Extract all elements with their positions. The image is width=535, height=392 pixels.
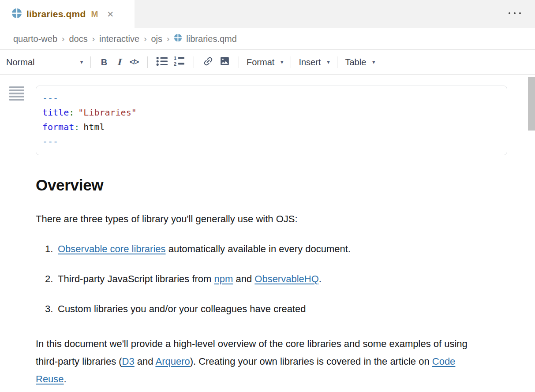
svg-text:1: 1: [174, 56, 176, 61]
italic-icon: I: [117, 57, 121, 67]
yaml-delimiter: ---: [42, 134, 501, 149]
quarto-icon: [11, 8, 22, 20]
observable-core-libraries-link[interactable]: Observable core libraries: [58, 243, 166, 254]
breadcrumb-item-quarto-web[interactable]: quarto-web: [13, 34, 57, 44]
list-number: 2.: [45, 273, 58, 286]
list-item-text: Custom libraries you and/or your colleag…: [58, 302, 306, 316]
list-number: 3.: [45, 302, 58, 316]
toolbar-divider: [291, 56, 291, 68]
table-menu[interactable]: Table ▾: [343, 57, 377, 67]
image-icon: [219, 56, 230, 69]
modified-badge: M: [91, 9, 98, 19]
toolbar-divider: [239, 56, 239, 68]
quarto-icon: [174, 34, 182, 44]
editor-toolbar: Normal ▾ B I </> 1 2: [0, 49, 535, 75]
npm-link[interactable]: npm: [214, 273, 233, 284]
ordered-list: 1. Observable core libraries automatical…: [45, 243, 535, 316]
yaml-format-line: format:html: [42, 120, 501, 134]
toolbar-divider: [90, 56, 91, 68]
paragraph-style-select[interactable]: Normal ▾: [6, 57, 85, 67]
overview-heading: Overview: [36, 176, 535, 194]
arquero-link[interactable]: Arquero: [155, 356, 190, 367]
list-number: 1.: [45, 243, 58, 256]
chevron-right-icon: ›: [62, 34, 64, 44]
closing-paragraph: In this document we'll provide a high-le…: [36, 335, 485, 388]
toolbar-divider: [194, 56, 194, 68]
yaml-front-matter-block[interactable]: --- title:"Libraries" format:html ---: [36, 86, 507, 155]
close-icon[interactable]: ✕: [107, 10, 114, 19]
chevron-down-icon: ▾: [327, 59, 329, 65]
bulleted-list-button[interactable]: [153, 54, 171, 70]
format-menu[interactable]: Format ▾: [245, 57, 285, 67]
insert-menu-label: Insert: [299, 57, 321, 67]
block-drag-handle-icon[interactable]: [9, 86, 24, 102]
insert-link-button[interactable]: [200, 54, 217, 70]
observablehq-link[interactable]: ObservableHQ: [254, 273, 319, 284]
insert-image-button[interactable]: [217, 54, 233, 70]
bold-icon: B: [101, 57, 107, 67]
yaml-title-line: title:"Libraries": [42, 105, 501, 120]
breadcrumb-item-ojs[interactable]: ojs: [151, 34, 162, 44]
list-item: 2. Third-party JavaScript libraries from…: [45, 273, 535, 286]
paragraph-style-value: Normal: [6, 57, 34, 67]
format-menu-label: Format: [247, 57, 274, 67]
visual-editor-canvas[interactable]: --- title:"Libraries" format:html --- Ov…: [0, 75, 535, 392]
breadcrumb-item-docs[interactable]: docs: [69, 34, 87, 44]
list-item: 3. Custom libraries you and/or your coll…: [45, 302, 535, 316]
toolbar-divider: [337, 56, 337, 68]
chevron-right-icon: ›: [167, 34, 169, 44]
chevron-down-icon: ▾: [281, 59, 283, 65]
yaml-delimiter: ---: [42, 91, 501, 105]
numbered-list-icon: 1 2: [173, 56, 185, 69]
breadcrumb-file-label: libraries.qmd: [186, 34, 236, 44]
more-actions-icon[interactable]: [507, 11, 523, 16]
breadcrumb-item-file[interactable]: libraries.qmd: [174, 34, 236, 44]
bulleted-list-icon: [156, 56, 168, 69]
d3-link[interactable]: D3: [122, 356, 135, 367]
breadcrumb: quarto-web › docs › interactive › ojs › …: [0, 28, 535, 49]
table-menu-label: Table: [345, 57, 366, 67]
chevron-right-icon: ›: [92, 34, 95, 44]
link-icon: [202, 56, 214, 69]
numbered-list-button[interactable]: 1 2: [171, 54, 188, 70]
list-item-text: Third-party JavaScript libraries from np…: [58, 273, 322, 286]
insert-menu[interactable]: Insert ▾: [297, 57, 331, 67]
italic-button[interactable]: I: [112, 54, 127, 70]
list-item: 1. Observable core libraries automatical…: [45, 243, 535, 256]
code-icon: </>: [130, 58, 138, 66]
chevron-right-icon: ›: [144, 34, 146, 44]
breadcrumb-item-interactive[interactable]: interactive: [99, 34, 139, 44]
chevron-down-icon: ▾: [80, 59, 83, 65]
scrollbar-thumb[interactable]: [528, 77, 535, 131]
tab-bar: libraries.qmd M ✕: [0, 0, 535, 28]
bold-button[interactable]: B: [97, 54, 112, 70]
svg-text:2: 2: [174, 61, 176, 67]
code-button[interactable]: </>: [127, 54, 142, 70]
tab-libraries-qmd[interactable]: libraries.qmd M ✕: [0, 0, 135, 28]
intro-paragraph: There are three types of library you'll …: [36, 213, 535, 226]
toolbar-divider: [147, 56, 148, 68]
tab-title: libraries.qmd: [26, 9, 86, 19]
chevron-down-icon: ▾: [372, 59, 375, 65]
list-item-text: Observable core libraries automatically …: [58, 243, 351, 256]
